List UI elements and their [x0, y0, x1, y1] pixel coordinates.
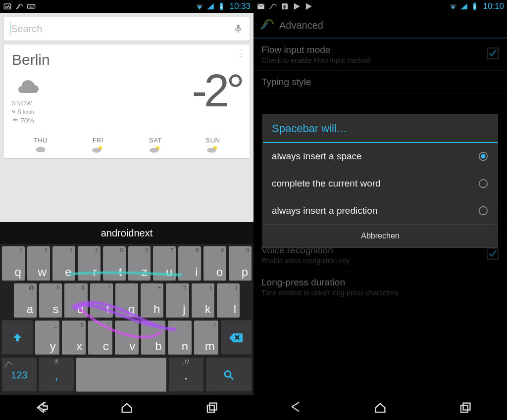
nav-bar: [0, 395, 254, 420]
search-placeholder: Search: [11, 23, 233, 35]
space-key[interactable]: [76, 358, 166, 392]
key-z[interactable]: 6z: [128, 246, 151, 281]
play-icon: [292, 2, 301, 11]
weather-card[interactable]: ⋮ Berlin SNOW ༄6km/h ☂70% -2° T: [4, 45, 250, 158]
key-w[interactable]: 2w: [27, 246, 50, 281]
svg-rect-2: [29, 6, 30, 7]
svg-rect-26: [209, 403, 216, 410]
option-complete-word[interactable]: complete the current word: [263, 170, 498, 197]
wifi-icon: [449, 2, 457, 11]
key-c[interactable]: "c: [88, 321, 112, 355]
radio-selected-icon: [478, 151, 489, 162]
keyboard[interactable]: androidnext 1q2w3e4r5t6z7u8i9o0p @a#s&d*…: [0, 222, 254, 395]
search-input[interactable]: Search: [4, 17, 250, 41]
status-bar: 10:33: [0, 0, 254, 13]
weather-wind: ༄6km/h: [12, 108, 44, 116]
dialog-title: Spacebar will…: [263, 114, 498, 143]
keyboard-icon: [27, 2, 36, 11]
key-s[interactable]: #s: [39, 283, 62, 318]
svg-rect-38: [463, 403, 470, 410]
key-g[interactable]: -g: [115, 283, 138, 318]
key-p[interactable]: 0p: [229, 246, 252, 281]
option-always-space[interactable]: always insert a space: [263, 143, 498, 170]
key-q[interactable]: 1q: [2, 246, 25, 281]
key-h[interactable]: +h: [141, 283, 163, 318]
backspace-key[interactable]: [221, 321, 252, 355]
battery-charging-icon: [217, 2, 226, 11]
wifi-icon: [195, 2, 204, 11]
screenshot-right: 10:10 Advanced Flow input mode Check to …: [254, 0, 507, 420]
key-y[interactable]: _y: [35, 321, 59, 355]
option-insert-prediction[interactable]: always insert a prediction: [263, 197, 498, 224]
nav-bar: [254, 395, 507, 420]
forecast-row: THU FRI SAT SUN: [12, 134, 242, 158]
key-t[interactable]: 5t: [103, 246, 126, 281]
key-f[interactable]: *f: [90, 283, 113, 318]
radio-unselected-icon: [478, 205, 489, 216]
recents-button[interactable]: [192, 398, 231, 418]
shift-key[interactable]: [2, 321, 33, 355]
mic-icon[interactable]: [233, 23, 244, 34]
mic-small-icon: [54, 359, 59, 366]
signal-icon: [459, 2, 468, 11]
card-menu-icon[interactable]: ⋮: [237, 51, 245, 54]
key-v[interactable]: 'v: [115, 321, 139, 355]
weather-cloud-icon: [12, 71, 44, 97]
search-key[interactable]: [206, 358, 252, 392]
svg-rect-0: [4, 4, 11, 9]
key-a[interactable]: @a: [14, 283, 37, 318]
svg-point-36: [479, 207, 488, 215]
svg-rect-30: [474, 3, 476, 4]
back-button[interactable]: [22, 398, 62, 418]
key-m[interactable]: /m: [194, 321, 218, 355]
home-button[interactable]: [107, 398, 147, 418]
dialog-cancel-button[interactable]: Abbrechen: [263, 224, 498, 247]
weather-condition: SNOW: [12, 100, 44, 107]
key-k[interactable]: (k: [192, 283, 214, 318]
swiftkey-small-icon: [4, 359, 13, 371]
svg-point-34: [481, 154, 485, 158]
radio-unselected-icon: [478, 178, 489, 189]
key-d[interactable]: &d: [64, 283, 87, 318]
facebook-icon: [280, 2, 289, 11]
svg-rect-37: [460, 405, 467, 412]
key-o[interactable]: 9o: [203, 246, 226, 281]
svg-rect-22: [55, 359, 57, 362]
svg-rect-25: [207, 405, 214, 412]
home-button[interactable]: [360, 398, 400, 418]
status-time: 10:33: [229, 1, 251, 11]
swiftkey-icon: [15, 2, 24, 11]
weather-temp: -2°: [192, 71, 242, 110]
svg-rect-9: [237, 25, 240, 30]
key-i[interactable]: 8i: [178, 246, 201, 281]
svg-point-21: [207, 148, 216, 153]
key-e[interactable]: 3e: [52, 246, 75, 281]
key-x[interactable]: $x: [62, 321, 86, 355]
candidate-bar[interactable]: androidnext: [0, 222, 254, 244]
back-button[interactable]: [276, 398, 315, 418]
gmail-icon: [256, 2, 265, 11]
key-n[interactable]: ;n: [168, 321, 192, 355]
svg-point-35: [479, 180, 488, 188]
recents-button[interactable]: [445, 398, 485, 418]
key-r[interactable]: 4r: [78, 246, 101, 281]
svg-rect-4: [32, 6, 33, 7]
key-b[interactable]: :b: [141, 321, 165, 355]
svg-line-24: [230, 376, 233, 379]
key-l[interactable]: )l: [217, 283, 240, 318]
num-key[interactable]: 123: [2, 358, 37, 392]
svg-rect-5: [33, 6, 34, 7]
battery-charging-icon: [470, 2, 479, 11]
key-j[interactable]: =j: [166, 283, 189, 318]
status-bar: 10:10: [254, 0, 507, 13]
svg-point-17: [92, 148, 101, 153]
period-key[interactable]: ,!? .: [169, 358, 203, 392]
weather-precip: ☂70%: [12, 117, 44, 125]
svg-rect-3: [30, 6, 31, 7]
comma-key[interactable]: ,: [39, 358, 74, 392]
signal-icon: [206, 2, 215, 11]
key-u[interactable]: 7u: [153, 246, 176, 281]
google-now-area: Search ⋮ Berlin SNOW ༄6km/h: [0, 13, 254, 222]
svg-point-19: [150, 148, 158, 153]
svg-point-23: [225, 371, 231, 377]
